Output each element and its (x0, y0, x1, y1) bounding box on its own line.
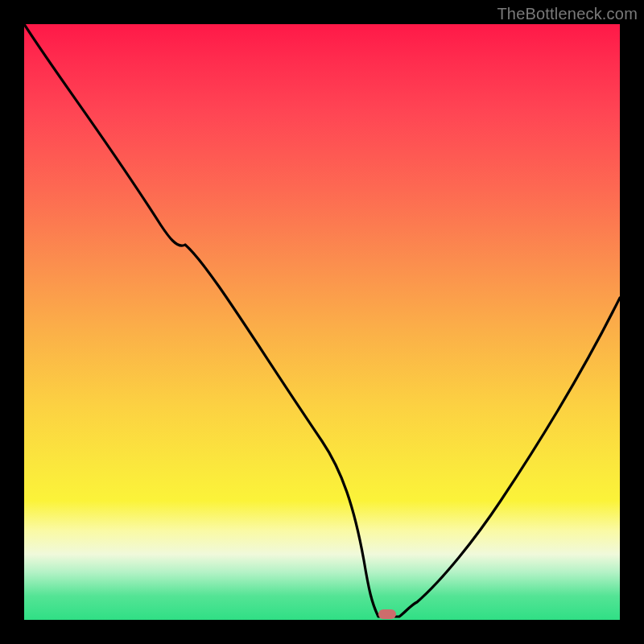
chart-container: TheBottleneck.com (0, 0, 644, 644)
optimum-marker (378, 609, 396, 619)
watermark-text: TheBottleneck.com (497, 5, 638, 23)
chart-overlay (24, 24, 620, 620)
bottleneck-curve (24, 24, 620, 617)
